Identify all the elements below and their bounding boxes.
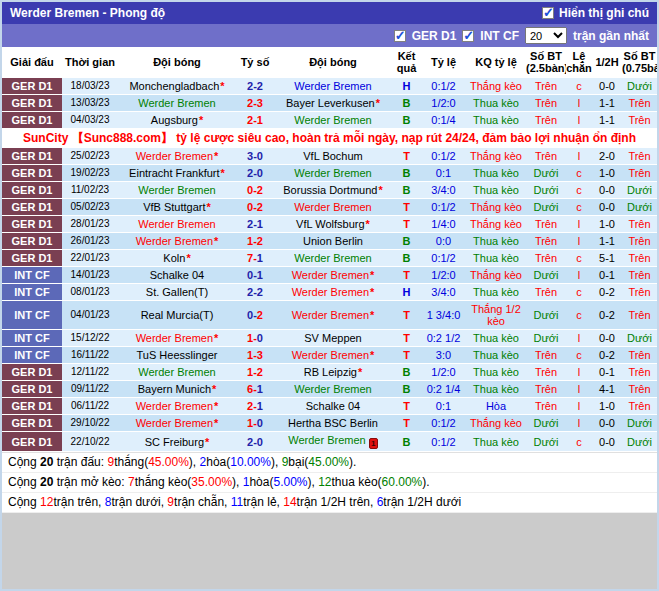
away-score: 0 [257, 150, 263, 162]
handicap-odds: 0:0 [421, 233, 466, 250]
match-result: B [392, 250, 421, 267]
match-date: 04/01/23 [62, 301, 118, 330]
column-header: Lệ chẵn [566, 47, 592, 78]
summary-segment: 45.00% [148, 455, 189, 469]
match-result: B [392, 112, 421, 129]
match-count-suffix: trận gần nhất [573, 29, 649, 43]
score: 2-0 [236, 432, 274, 452]
team-name: Werder Bremen [138, 184, 215, 196]
away-team: Werder Bremen1 [274, 432, 392, 452]
match-result: T [392, 267, 421, 284]
goals-over-under-0-75: Dưới [622, 415, 657, 432]
handicap-odds: 1/2:0 [421, 364, 466, 381]
home-team: Werder Bremen [118, 182, 236, 199]
parity-odd-even: c [566, 284, 592, 301]
team-name: SC Freiburg [145, 436, 204, 448]
team-name: Union Berlin [303, 235, 363, 247]
goals-over-under-0-75: Trên [622, 364, 657, 381]
parity-odd-even: l [566, 267, 592, 284]
filter-ger-d1-checkbox[interactable] [394, 30, 406, 42]
summary-line: Cộng 20 trận đấu: 9thắng(45.00%), 2hòa(1… [2, 453, 657, 473]
match-row: GER D126/01/23Werder Bremen*1-2Union Ber… [2, 233, 657, 250]
ad-banner-text[interactable]: SunCity 【Sunc888.com】 tỷ lệ cược siêu ca… [2, 129, 657, 148]
handicap-odds: 1/2:0 [421, 95, 466, 112]
match-date: 06/11/22 [62, 398, 118, 415]
match-row: GER D122/01/23Koln*7-1Werder BremenB0:1/… [2, 250, 657, 267]
away-score: 1 [257, 252, 263, 264]
summary-segment: thắng kèo( [135, 475, 192, 489]
show-notes-checkbox[interactable] [542, 7, 554, 19]
goals-over-under-0-75: Trên [622, 233, 657, 250]
away-team: RB Leipzig* [274, 364, 392, 381]
parity-odd-even: l [566, 95, 592, 112]
goals-over-under-0-75: Trên [622, 112, 657, 129]
favorite-star-icon: * [214, 332, 218, 344]
filter-int-cf-checkbox[interactable] [462, 30, 474, 42]
parity-odd-even: l [566, 364, 592, 381]
away-score: 0 [257, 436, 263, 448]
league-badge: GER D1 [2, 148, 62, 165]
match-row: GER D112/11/22Werder Bremen1-2RB Leipzig… [2, 364, 657, 381]
home-team: Koln* [118, 250, 236, 267]
show-notes-label: Hiển thị ghi chú [559, 6, 649, 20]
half-time-score: 1-0 [592, 216, 622, 233]
match-count-select[interactable]: 20 [525, 27, 567, 44]
favorite-star-icon: * [186, 252, 190, 264]
parity-odd-even: l [566, 330, 592, 347]
match-row: INT CF16/11/22TuS Heesslinger1-3Werder B… [2, 347, 657, 364]
goals-over-under-2-5: Trên [526, 381, 566, 398]
parity-odd-even: l [566, 398, 592, 415]
match-row: GER D125/02/23Werder Bremen*3-0VfL Bochu… [2, 148, 657, 165]
parity-odd-even: l [566, 148, 592, 165]
score: 2-0 [236, 165, 274, 182]
odds-result: Thua kèo [466, 330, 526, 347]
half-time-score: 1-0 [592, 398, 622, 415]
summary-segment: trận trên, [53, 495, 104, 509]
summary-segment: trận mở kèo: [53, 475, 128, 489]
parity-odd-even: l [566, 112, 592, 129]
odds-result: Thua kèo [466, 250, 526, 267]
favorite-star-icon: * [205, 436, 209, 448]
half-time-score: 0-0 [592, 432, 622, 452]
team-name: TuS Heesslinger [137, 349, 218, 361]
summary-segment: 7 [128, 475, 135, 489]
team-name: Werder Bremen [294, 201, 371, 213]
goals-over-under-2-5: Trên [526, 364, 566, 381]
team-name: Werder Bremen [136, 332, 213, 344]
match-row: GER D129/10/22Werder Bremen*1-0Hertha BS… [2, 415, 657, 432]
away-score: 3 [257, 97, 263, 109]
favorite-star-icon: * [214, 400, 218, 412]
ad-banner-row[interactable]: SunCity 【Sunc888.com】 tỷ lệ cược siêu ca… [2, 129, 657, 148]
home-team: Werder Bremen* [118, 233, 236, 250]
summary-segment: 11 [231, 495, 243, 509]
summary-segment: hòa( [206, 455, 230, 469]
match-row: GER D122/10/22SC Freiburg*2-0Werder Brem… [2, 432, 657, 452]
match-date: 09/11/22 [62, 381, 118, 398]
match-result: B [392, 95, 421, 112]
summary-segment: ). [422, 475, 429, 489]
show-notes-toggle[interactable]: Hiển thị ghi chú [542, 6, 649, 20]
match-row: INT CF04/01/23Real Murcia(T)0-2Werder Br… [2, 301, 657, 330]
match-date: 22/10/22 [62, 432, 118, 452]
column-header: Đội bóng [274, 47, 392, 78]
away-team: VfL Bochum [274, 148, 392, 165]
away-team: Bayer Leverkusen* [274, 95, 392, 112]
summary-line: Cộng 20 trận mở kèo: 7thắng kèo(35.00%),… [2, 473, 657, 493]
score: 0-2 [236, 182, 274, 199]
summary-segment: ), [189, 455, 200, 469]
odds-result: Thắng kèo [466, 148, 526, 165]
team-name: VfB Stuttgart [143, 201, 205, 213]
away-score: 0 [257, 167, 263, 179]
away-score: 1 [257, 114, 263, 126]
team-name: VfL Wolfsburg [296, 218, 364, 230]
score: 2-1 [236, 112, 274, 129]
away-score: 2 [257, 184, 263, 196]
summary-segment: trận 1/2H trên, [297, 495, 377, 509]
match-result: T [392, 330, 421, 347]
summary-segment: 14 [283, 495, 296, 509]
home-team: Schalke 04 [118, 267, 236, 284]
team-name: Werder Bremen [294, 80, 371, 92]
match-row: GER D105/02/23VfB Stuttgart*0-2Werder Br… [2, 199, 657, 216]
summary-segment: trận 1/2H dưới [383, 495, 461, 509]
away-team: Werder Bremen [274, 250, 392, 267]
